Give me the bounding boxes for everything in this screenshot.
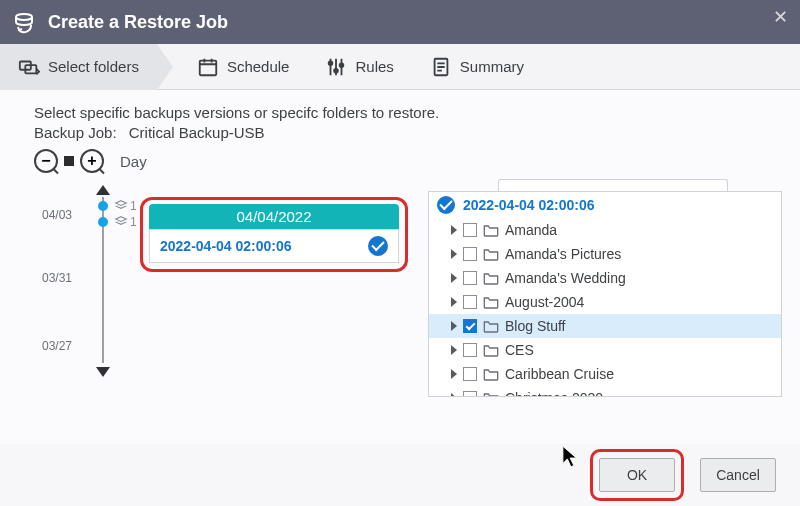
expand-caret-icon[interactable]	[451, 249, 457, 259]
backup-count-badge: 1	[114, 199, 137, 213]
close-icon[interactable]: ✕	[773, 6, 788, 28]
tab-rules[interactable]: Rules	[307, 44, 411, 90]
header-timestamp: 2022-04-04 02:00:06	[463, 197, 595, 213]
timeline-tick: 04/03	[42, 208, 72, 222]
expand-caret-icon[interactable]	[451, 297, 457, 307]
backup-count-badge: 1	[114, 215, 137, 229]
folder-icon	[483, 391, 499, 396]
cancel-button[interactable]: Cancel	[700, 458, 776, 492]
tab-label: Schedule	[227, 58, 290, 75]
tab-label: Summary	[460, 58, 524, 75]
backup-job-name: Critical Backup-USB	[129, 124, 265, 141]
snapshot-row[interactable]: 2022-04-04 02:00:06	[149, 229, 399, 263]
check-circle-icon	[368, 236, 388, 256]
backup-job-line: Backup Job: Critical Backup-USB	[34, 124, 782, 141]
snapshot-timestamp: 2022-04-04 02:00:06	[160, 238, 292, 254]
folder-checkbox[interactable]	[463, 391, 477, 396]
sliders-icon	[325, 56, 347, 78]
folder-icon	[483, 367, 499, 381]
expand-caret-icon[interactable]	[451, 225, 457, 235]
folder-icon	[483, 271, 499, 285]
svg-point-5	[335, 68, 339, 72]
folder-icon	[483, 223, 499, 237]
document-icon	[430, 56, 452, 78]
timeline-tick: 03/31	[42, 271, 72, 285]
zoom-reset-button[interactable]	[64, 156, 74, 166]
folder-name: Caribbean Cruise	[505, 366, 614, 382]
folder-icon	[483, 295, 499, 309]
dialog-footer: OK Cancel	[0, 444, 800, 506]
timeline-point[interactable]	[98, 217, 108, 227]
zoom-out-button[interactable]: −	[34, 149, 58, 173]
panel-tab-stub	[498, 179, 728, 191]
tab-label: Rules	[355, 58, 393, 75]
tab-schedule[interactable]: Schedule	[179, 44, 308, 90]
expand-caret-icon[interactable]	[451, 369, 457, 379]
chevron-up-icon[interactable]	[96, 185, 110, 195]
tab-label: Select folders	[48, 58, 139, 75]
timeline-tick: 03/27	[42, 339, 72, 353]
timeline[interactable]: 1 1 04/03 03/31 03/27	[34, 179, 140, 369]
check-circle-icon	[437, 196, 455, 214]
folder-row[interactable]: Amanda's Wedding	[429, 266, 781, 290]
tab-summary[interactable]: Summary	[412, 44, 542, 90]
timeline-point[interactable]	[98, 201, 108, 211]
folder-tree-header: 2022-04-04 02:00:06	[429, 192, 781, 218]
expand-caret-icon[interactable]	[451, 273, 457, 283]
folder-checkbox[interactable]	[463, 367, 477, 381]
svg-point-4	[329, 61, 333, 65]
folder-checkbox[interactable]	[463, 295, 477, 309]
expand-caret-icon[interactable]	[451, 321, 457, 331]
wizard-tabs: Select folders Schedule Rules Summary	[0, 44, 800, 90]
folder-icon	[483, 247, 499, 261]
folder-checkbox[interactable]	[463, 319, 477, 333]
folder-list[interactable]: AmandaAmanda's PicturesAmanda's WeddingA…	[429, 218, 781, 396]
folder-row[interactable]: Amanda	[429, 218, 781, 242]
calendar-icon	[197, 56, 219, 78]
instruction-text: Select specific backups versions or spec…	[34, 104, 782, 121]
folder-name: CES	[505, 342, 534, 358]
folder-name: Amanda's Wedding	[505, 270, 626, 286]
folder-name: Blog Stuff	[505, 318, 565, 334]
folder-checkbox[interactable]	[463, 247, 477, 261]
folder-row[interactable]: August-2004	[429, 290, 781, 314]
chevron-down-icon[interactable]	[96, 367, 110, 377]
svg-point-0	[16, 14, 32, 20]
highlight-frame: 04/04/2022 2022-04-04 02:00:06	[140, 197, 408, 272]
folder-row[interactable]: Blog Stuff	[429, 314, 781, 338]
folder-row[interactable]: Amanda's Pictures	[429, 242, 781, 266]
folder-name: August-2004	[505, 294, 584, 310]
backup-job-label: Backup Job:	[34, 124, 117, 141]
folder-icon	[483, 319, 499, 333]
svg-point-6	[340, 63, 344, 67]
expand-caret-icon[interactable]	[451, 393, 457, 396]
zoom-in-button[interactable]: +	[80, 149, 104, 173]
folder-name: Christmas 2020	[505, 390, 603, 396]
folder-row[interactable]: Caribbean Cruise	[429, 362, 781, 386]
folder-checkbox[interactable]	[463, 343, 477, 357]
snapshot-date-header: 04/04/2022	[149, 204, 399, 229]
folders-icon	[18, 56, 40, 78]
ok-button[interactable]: OK	[599, 458, 675, 492]
svg-rect-3	[200, 60, 217, 75]
highlight-frame: OK	[590, 449, 684, 501]
zoom-level-label: Day	[120, 153, 147, 170]
folder-row[interactable]: CES	[429, 338, 781, 362]
folder-checkbox[interactable]	[463, 223, 477, 237]
folder-name: Amanda's Pictures	[505, 246, 621, 262]
window-title: Create a Restore Job	[48, 12, 228, 33]
tab-select-folders[interactable]: Select folders	[0, 44, 157, 90]
folder-checkbox[interactable]	[463, 271, 477, 285]
folder-icon	[483, 343, 499, 357]
expand-caret-icon[interactable]	[451, 345, 457, 355]
folder-tree-panel: 2022-04-04 02:00:06 AmandaAmanda's Pictu…	[428, 191, 782, 397]
folder-name: Amanda	[505, 222, 557, 238]
restore-icon	[12, 10, 36, 34]
title-bar: Create a Restore Job	[0, 0, 800, 44]
folder-row[interactable]: Christmas 2020	[429, 386, 781, 396]
